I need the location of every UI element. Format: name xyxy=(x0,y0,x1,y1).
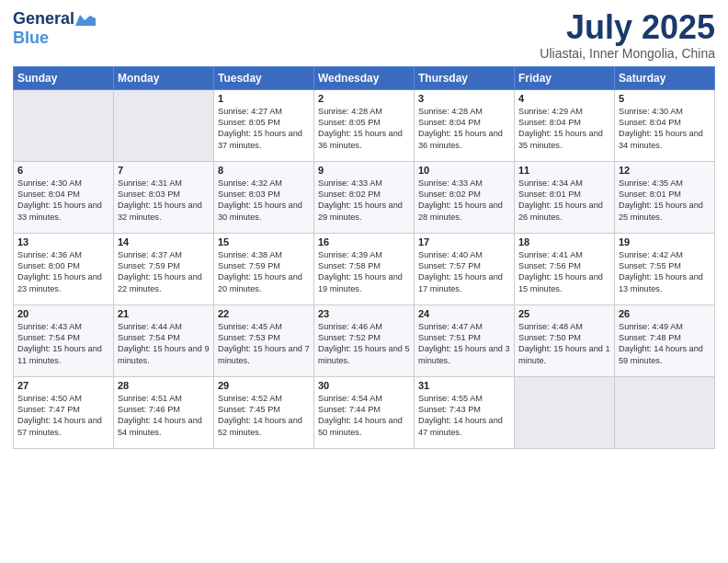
day-number: 7 xyxy=(118,165,210,176)
location: Uliastai, Inner Mongolia, China xyxy=(540,46,715,61)
cell-details: Sunrise: 4:29 AM Sunset: 8:04 PM Dayligh… xyxy=(518,106,610,152)
cell-details: Sunrise: 4:31 AM Sunset: 8:03 PM Dayligh… xyxy=(118,178,210,224)
cell-details: Sunrise: 4:54 AM Sunset: 7:44 PM Dayligh… xyxy=(318,393,410,439)
table-row: 30 Sunrise: 4:54 AM Sunset: 7:44 PM Dayl… xyxy=(314,376,415,448)
table-row: 15 Sunrise: 4:38 AM Sunset: 7:59 PM Dayl… xyxy=(214,233,314,304)
day-number: 4 xyxy=(518,93,610,104)
cell-details: Sunrise: 4:28 AM Sunset: 8:05 PM Dayligh… xyxy=(318,106,410,152)
table-row xyxy=(14,89,114,161)
table-row: 9 Sunrise: 4:33 AM Sunset: 8:02 PM Dayli… xyxy=(314,161,415,233)
cell-details: Sunrise: 4:28 AM Sunset: 8:04 PM Dayligh… xyxy=(418,106,510,152)
col-monday: Monday xyxy=(114,66,214,89)
day-number: 26 xyxy=(619,308,711,319)
table-row: 31 Sunrise: 4:55 AM Sunset: 7:43 PM Dayl… xyxy=(415,376,515,448)
day-number: 18 xyxy=(518,236,610,247)
month-title: July 2025 xyxy=(540,9,715,46)
table-row: 12 Sunrise: 4:35 AM Sunset: 8:01 PM Dayl… xyxy=(615,161,715,233)
cell-details: Sunrise: 4:45 AM Sunset: 7:53 PM Dayligh… xyxy=(218,321,310,367)
day-number: 11 xyxy=(518,165,610,176)
col-sunday: Sunday xyxy=(14,66,114,89)
table-row: 24 Sunrise: 4:47 AM Sunset: 7:51 PM Dayl… xyxy=(415,304,515,376)
cell-details: Sunrise: 4:37 AM Sunset: 7:59 PM Dayligh… xyxy=(118,249,210,295)
col-friday: Friday xyxy=(515,66,615,89)
table-row: 14 Sunrise: 4:37 AM Sunset: 7:59 PM Dayl… xyxy=(114,233,214,304)
cell-details: Sunrise: 4:43 AM Sunset: 7:54 PM Dayligh… xyxy=(17,321,109,367)
col-wednesday: Wednesday xyxy=(314,66,415,89)
table-row: 27 Sunrise: 4:50 AM Sunset: 7:47 PM Dayl… xyxy=(14,376,114,448)
table-row: 7 Sunrise: 4:31 AM Sunset: 8:03 PM Dayli… xyxy=(114,161,214,233)
day-number: 23 xyxy=(318,308,410,319)
day-number: 5 xyxy=(619,93,711,104)
header: General Blue July 2025 Uliastai, Inner M… xyxy=(13,9,715,61)
day-number: 22 xyxy=(218,308,310,319)
day-number: 24 xyxy=(418,308,510,319)
cell-details: Sunrise: 4:33 AM Sunset: 8:02 PM Dayligh… xyxy=(418,178,510,224)
day-number: 15 xyxy=(218,236,310,247)
day-number: 1 xyxy=(218,93,310,104)
svg-marker-0 xyxy=(75,15,96,26)
day-number: 14 xyxy=(118,236,210,247)
cell-details: Sunrise: 4:33 AM Sunset: 8:02 PM Dayligh… xyxy=(318,178,410,224)
day-number: 12 xyxy=(619,165,711,176)
cell-details: Sunrise: 4:49 AM Sunset: 7:48 PM Dayligh… xyxy=(619,321,711,367)
col-saturday: Saturday xyxy=(615,66,715,89)
cell-details: Sunrise: 4:30 AM Sunset: 8:04 PM Dayligh… xyxy=(17,178,109,224)
calendar-table: Sunday Monday Tuesday Wednesday Thursday… xyxy=(13,66,715,449)
day-number: 21 xyxy=(118,308,210,319)
table-row: 18 Sunrise: 4:41 AM Sunset: 7:56 PM Dayl… xyxy=(515,233,615,304)
table-row: 6 Sunrise: 4:30 AM Sunset: 8:04 PM Dayli… xyxy=(14,161,114,233)
cell-details: Sunrise: 4:50 AM Sunset: 7:47 PM Dayligh… xyxy=(17,393,109,439)
cell-details: Sunrise: 4:48 AM Sunset: 7:50 PM Dayligh… xyxy=(518,321,610,367)
table-row: 5 Sunrise: 4:30 AM Sunset: 8:04 PM Dayli… xyxy=(615,89,715,161)
logo: General Blue xyxy=(13,9,96,48)
cell-details: Sunrise: 4:44 AM Sunset: 7:54 PM Dayligh… xyxy=(118,321,210,367)
cell-details: Sunrise: 4:27 AM Sunset: 8:05 PM Dayligh… xyxy=(218,106,310,152)
col-tuesday: Tuesday xyxy=(214,66,314,89)
logo-general: General xyxy=(13,9,74,29)
day-number: 29 xyxy=(218,380,310,391)
cell-details: Sunrise: 4:34 AM Sunset: 8:01 PM Dayligh… xyxy=(518,178,610,224)
table-row: 19 Sunrise: 4:42 AM Sunset: 7:55 PM Dayl… xyxy=(615,233,715,304)
day-number: 25 xyxy=(518,308,610,319)
table-row: 20 Sunrise: 4:43 AM Sunset: 7:54 PM Dayl… xyxy=(14,304,114,376)
cell-details: Sunrise: 4:40 AM Sunset: 7:57 PM Dayligh… xyxy=(418,249,510,295)
cell-details: Sunrise: 4:47 AM Sunset: 7:51 PM Dayligh… xyxy=(418,321,510,367)
table-row: 10 Sunrise: 4:33 AM Sunset: 8:02 PM Dayl… xyxy=(415,161,515,233)
table-row: 25 Sunrise: 4:48 AM Sunset: 7:50 PM Dayl… xyxy=(515,304,615,376)
table-row: 4 Sunrise: 4:29 AM Sunset: 8:04 PM Dayli… xyxy=(515,89,615,161)
table-row: 22 Sunrise: 4:45 AM Sunset: 7:53 PM Dayl… xyxy=(214,304,314,376)
day-number: 27 xyxy=(17,380,109,391)
table-row: 3 Sunrise: 4:28 AM Sunset: 8:04 PM Dayli… xyxy=(415,89,515,161)
day-number: 30 xyxy=(318,380,410,391)
day-number: 16 xyxy=(318,236,410,247)
cell-details: Sunrise: 4:46 AM Sunset: 7:52 PM Dayligh… xyxy=(318,321,410,367)
col-thursday: Thursday xyxy=(415,66,515,89)
day-number: 8 xyxy=(218,165,310,176)
day-number: 20 xyxy=(17,308,109,319)
table-row xyxy=(114,89,214,161)
table-row xyxy=(515,376,615,448)
table-row: 2 Sunrise: 4:28 AM Sunset: 8:05 PM Dayli… xyxy=(314,89,415,161)
page: General Blue July 2025 Uliastai, Inner M… xyxy=(0,0,728,563)
table-row: 8 Sunrise: 4:32 AM Sunset: 8:03 PM Dayli… xyxy=(214,161,314,233)
cell-details: Sunrise: 4:38 AM Sunset: 7:59 PM Dayligh… xyxy=(218,249,310,295)
day-number: 28 xyxy=(118,380,210,391)
cell-details: Sunrise: 4:30 AM Sunset: 8:04 PM Dayligh… xyxy=(619,106,711,152)
logo-blue: Blue xyxy=(13,29,49,48)
cell-details: Sunrise: 4:39 AM Sunset: 7:58 PM Dayligh… xyxy=(318,249,410,295)
table-row: 17 Sunrise: 4:40 AM Sunset: 7:57 PM Dayl… xyxy=(415,233,515,304)
table-row: 28 Sunrise: 4:51 AM Sunset: 7:46 PM Dayl… xyxy=(114,376,214,448)
day-number: 17 xyxy=(418,236,510,247)
cell-details: Sunrise: 4:41 AM Sunset: 7:56 PM Dayligh… xyxy=(518,249,610,295)
logo-icon xyxy=(75,13,96,26)
table-row: 29 Sunrise: 4:52 AM Sunset: 7:45 PM Dayl… xyxy=(214,376,314,448)
title-block: July 2025 Uliastai, Inner Mongolia, Chin… xyxy=(540,9,715,61)
cell-details: Sunrise: 4:51 AM Sunset: 7:46 PM Dayligh… xyxy=(118,393,210,439)
cell-details: Sunrise: 4:42 AM Sunset: 7:55 PM Dayligh… xyxy=(619,249,711,295)
cell-details: Sunrise: 4:35 AM Sunset: 8:01 PM Dayligh… xyxy=(619,178,711,224)
cell-details: Sunrise: 4:36 AM Sunset: 8:00 PM Dayligh… xyxy=(17,249,109,295)
day-number: 13 xyxy=(17,236,109,247)
day-number: 31 xyxy=(418,380,510,391)
day-number: 19 xyxy=(619,236,711,247)
cell-details: Sunrise: 4:52 AM Sunset: 7:45 PM Dayligh… xyxy=(218,393,310,439)
